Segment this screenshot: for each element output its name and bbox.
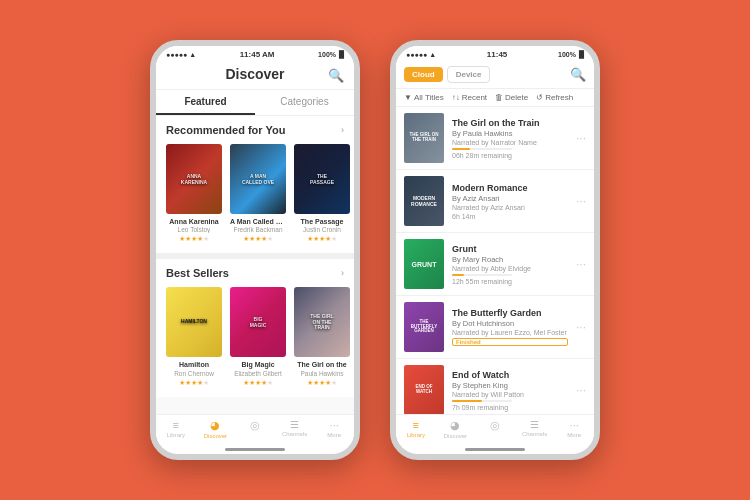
discover-scroll[interactable]: Recommended for You › ANNAKARENINA Anna …	[156, 116, 354, 414]
bestsellers-title: Best Sellers	[166, 267, 229, 279]
bottom-tab-library-1[interactable]: ≡ Library	[156, 419, 196, 439]
filter-delete[interactable]: 🗑 Delete	[495, 93, 528, 102]
book-title-romance: Modern Romance	[452, 183, 568, 193]
stars-passage: ★★★★★	[307, 235, 337, 243]
bottom-tab-channels-1[interactable]: ☰ Channels	[275, 419, 315, 439]
book-narrator-train: Narrated by Narrator Name	[452, 139, 568, 146]
bottom-tab-more-1[interactable]: ··· More	[314, 419, 354, 439]
more-icon-grunt[interactable]: ···	[576, 257, 586, 271]
book-author-train-list: By Paula Hawkins	[452, 129, 568, 138]
delete-label: Delete	[505, 93, 528, 102]
time-display-1: 11:45 AM	[240, 50, 275, 59]
progress-fill-train	[452, 148, 470, 150]
cloud-button[interactable]: Cloud	[404, 67, 443, 82]
cover-butterfly-list: THEBUTTERFLYGARDEN	[404, 302, 444, 352]
book-card-hamilton[interactable]: HAMILTON Hamilton Ron Chernow ★★★★★	[166, 287, 222, 386]
bestsellers-more[interactable]: ›	[341, 268, 344, 278]
cover-passage: THEPASSAGE	[294, 144, 350, 214]
library-icon-2: ≡	[413, 419, 419, 431]
bottom-tab-headphones-1[interactable]: ◎	[235, 419, 275, 439]
channels-label-1: Channels	[282, 431, 307, 437]
book-card-ove[interactable]: A MANCALLED OVE A Man Called Ove Fredrik…	[230, 144, 286, 243]
book-title-train: The Girl on the Train	[452, 118, 568, 128]
book-author-hamilton: Ron Chernow	[166, 370, 222, 377]
device-button[interactable]: Device	[447, 66, 491, 83]
book-info-butterfly: The Butterfly Garden By Dot Hutchinson N…	[452, 308, 568, 346]
bottom-tab-channels-2[interactable]: ☰ Channels	[515, 419, 555, 439]
bottom-tab-headphones-2[interactable]: ◎	[475, 419, 515, 439]
battery-label-2: 100%	[558, 51, 576, 58]
list-item[interactable]: END OFWATCH End of Watch By Stephen King…	[396, 359, 594, 414]
recent-label: Recent	[462, 93, 487, 102]
time-display-2: 11:45	[487, 50, 507, 59]
book-narrator-butterfly: Narrated by Lauren Ezzo, Mel Foster	[452, 329, 568, 336]
discover-title: Discover	[225, 66, 284, 82]
phone-discover: ●●●●● ▲ 11:45 AM 100% ▉ Discover 🔍 Featu…	[150, 40, 360, 460]
book-name-karenina: Anna Karenina	[166, 218, 222, 226]
refresh-label: Refresh	[545, 93, 573, 102]
library-label-2: Library	[407, 432, 425, 438]
list-item[interactable]: GRUNT Grunt By Mary Roach Narrated by Ab…	[396, 233, 594, 296]
book-author-passage: Justin Cronin	[294, 226, 350, 233]
filter-recent[interactable]: ↑↓ Recent	[452, 93, 487, 102]
filter-refresh[interactable]: ↺ Refresh	[536, 93, 573, 102]
progress-bar-train	[452, 148, 512, 150]
bottom-tab-more-2[interactable]: ··· More	[554, 419, 594, 439]
stars-ove: ★★★★★	[243, 235, 273, 243]
phones-container: ●●●●● ▲ 11:45 AM 100% ▉ Discover 🔍 Featu…	[150, 40, 600, 460]
list-item[interactable]: THEBUTTERFLYGARDEN The Butterfly Garden …	[396, 296, 594, 359]
list-item[interactable]: MODERNROMANCE Modern Romance By Aziz Ans…	[396, 170, 594, 233]
discover-label-2: Discover	[444, 433, 467, 439]
recent-icon: ↑↓	[452, 93, 460, 102]
book-author-bigmagic: Elizabeth Gilbert	[230, 370, 286, 377]
recommended-section-header: Recommended for You ›	[156, 116, 354, 140]
refresh-icon: ↺	[536, 93, 543, 102]
more-icon-1: ···	[330, 419, 339, 431]
signal-icon: ●●●●●	[166, 51, 187, 58]
book-card-train[interactable]: THE GIRLON THETRAIN The Girl on the Paul…	[294, 287, 350, 386]
more-icon-2: ···	[570, 419, 579, 431]
more-icon-butterfly[interactable]: ···	[576, 320, 586, 334]
filter-all-titles[interactable]: ▼ All Titles	[404, 93, 444, 102]
signal-icon-2: ●●●●●	[406, 51, 427, 58]
channels-label-2: Channels	[522, 431, 547, 437]
wifi-icon-2: ▲	[429, 51, 436, 58]
book-card-bigmagic[interactable]: BIGMAGIC Big Magic Elizabeth Gilbert ★★★…	[230, 287, 286, 386]
finished-badge: Finished	[452, 338, 568, 346]
discover-tabs: Featured Categories	[156, 90, 354, 116]
channels-icon-2: ☰	[530, 419, 539, 430]
tab-featured[interactable]: Featured	[156, 90, 255, 115]
book-card-passage[interactable]: THEPASSAGE The Passage Justin Cronin ★★★…	[294, 144, 350, 243]
battery-label-1: 100%	[318, 51, 336, 58]
progress-bar-grunt	[452, 274, 512, 276]
status-bar-1: ●●●●● ▲ 11:45 AM 100% ▉	[156, 46, 354, 61]
book-author-grunt: By Mary Roach	[452, 255, 568, 264]
tab-categories[interactable]: Categories	[255, 90, 354, 115]
headphones-icon-2: ◎	[490, 419, 500, 432]
all-titles-label: All Titles	[414, 93, 444, 102]
search-icon-2[interactable]: 🔍	[570, 67, 586, 82]
channels-icon-1: ☰	[290, 419, 299, 430]
book-card-karenina[interactable]: ANNAKARENINA Anna Karenina Leo Tolstoy ★…	[166, 144, 222, 243]
book-name-hamilton: Hamilton	[166, 361, 222, 369]
discover-icon-1: ◕	[210, 419, 220, 432]
library-scroll[interactable]: THE GIRL ON THE TRAIN The Girl on the Tr…	[396, 107, 594, 414]
book-author-butterfly: By Dot Hutchinson	[452, 319, 568, 328]
more-icon-train[interactable]: ···	[576, 131, 586, 145]
book-title-endofwatch: End of Watch	[452, 370, 568, 380]
more-icon-romance[interactable]: ···	[576, 194, 586, 208]
library-label-1: Library	[167, 432, 185, 438]
more-icon-endofwatch[interactable]: ···	[576, 383, 586, 397]
book-info-romance: Modern Romance By Aziz Ansari Narrated b…	[452, 183, 568, 220]
bottom-tab-discover-2[interactable]: ◕ Discover	[436, 419, 476, 439]
filter-bar: ▼ All Titles ↑↓ Recent 🗑 Delete ↺ Refres…	[396, 89, 594, 107]
bottom-tab-library-2[interactable]: ≡ Library	[396, 419, 436, 439]
bottom-tab-discover-1[interactable]: ◕ Discover	[196, 419, 236, 439]
recommended-more[interactable]: ›	[341, 125, 344, 135]
book-name-ove: A Man Called Ove	[230, 218, 286, 226]
phone-library: ●●●●● ▲ 11:45 100% ▉ Cloud Device 🔍 ▼	[390, 40, 600, 460]
home-indicator-2	[465, 448, 525, 451]
stars-train: ★★★★★	[307, 379, 337, 387]
search-icon-1[interactable]: 🔍	[328, 68, 344, 83]
list-item[interactable]: THE GIRL ON THE TRAIN The Girl on the Tr…	[396, 107, 594, 170]
